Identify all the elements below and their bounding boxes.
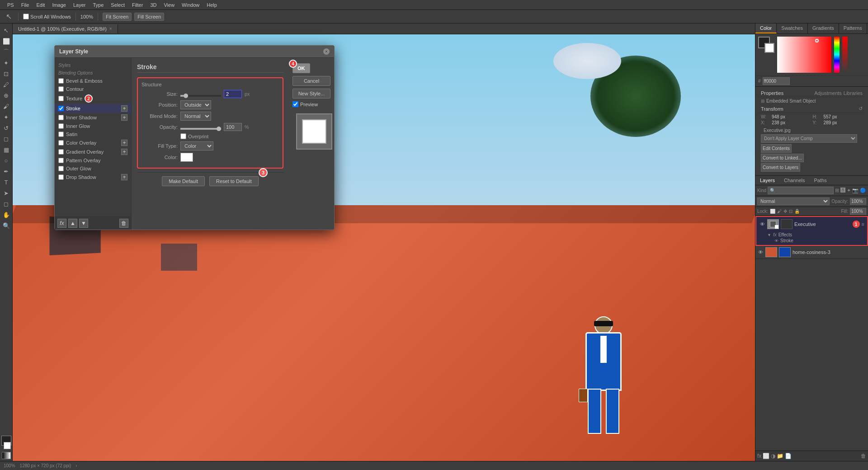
opacity-slider[interactable] (180, 128, 221, 130)
preview-checkbox[interactable] (292, 101, 298, 107)
drop-shadow-item[interactable]: Drop Shadow + (55, 173, 131, 182)
fx-icon-btn[interactable]: fx (57, 219, 66, 228)
position-label: Position: (142, 102, 178, 108)
position-row: Position: Outside Inside Center (142, 100, 279, 109)
opacity-slider-fill (180, 128, 221, 130)
contour-item[interactable]: Contour (55, 85, 131, 93)
opacity-label: Opacity: (142, 124, 178, 130)
opacity-slider-thumb (217, 127, 221, 131)
dialog-close-button[interactable]: × (323, 48, 330, 55)
outer-glow-label: Outer Glow (66, 166, 91, 171)
inner-shadow-add-button[interactable]: + (121, 114, 127, 121)
opacity-input[interactable] (224, 123, 242, 131)
color-overlay-checkbox[interactable] (58, 140, 64, 146)
satin-checkbox[interactable] (58, 132, 64, 137)
blend-mode-label: Blend Mode: (142, 113, 178, 119)
texture-badge: 2 (85, 94, 93, 103)
move-up-btn[interactable]: ▲ (68, 219, 77, 228)
dialog-overlay: Layer Style × Styles Blending Options Be… (0, 0, 868, 470)
inner-glow-checkbox[interactable] (58, 123, 64, 129)
layer-style-dialog: Layer Style × Styles Blending Options Be… (54, 45, 335, 230)
new-style-button[interactable]: New Style... (292, 89, 330, 99)
outer-glow-checkbox[interactable] (58, 166, 64, 171)
bevel-emboss-item[interactable]: Bevel & Emboss (55, 77, 131, 85)
color-overlay-add-button[interactable]: + (121, 140, 127, 146)
blending-section-title: Blending Options (55, 69, 131, 77)
pattern-overlay-label: Pattern Overlay (66, 158, 100, 163)
satin-item[interactable]: Satin (55, 130, 131, 138)
dialog-title: Layer Style (59, 48, 88, 55)
color-label: Color: (142, 155, 178, 160)
inner-glow-item[interactable]: Inner Glow (55, 122, 131, 130)
ok-button-container: 4 OK (292, 63, 330, 73)
size-row: Size: px (142, 90, 279, 98)
stroke-add-button[interactable]: + (121, 105, 127, 112)
preview-inner (303, 120, 326, 143)
preview-area (296, 113, 332, 150)
texture-item[interactable]: Texture 2 (55, 93, 131, 104)
make-default-button[interactable]: Make Default (162, 176, 205, 186)
gradient-overlay-label: Gradient Overlay (66, 149, 104, 155)
drop-shadow-add-button[interactable]: + (121, 174, 127, 180)
drop-shadow-label: Drop Shadow (66, 174, 96, 180)
stroke-checkbox[interactable] (58, 106, 64, 111)
stroke-title: Stroke (137, 63, 283, 73)
dialog-action-buttons: 4 OK Cancel New Style... Preview (289, 58, 334, 230)
satin-label: Satin (66, 132, 77, 137)
badge-3: 3 (259, 168, 268, 177)
color-overlay-label: Color Overlay (66, 140, 96, 146)
gradient-overlay-item[interactable]: Gradient Overlay + (55, 147, 131, 156)
position-select[interactable]: Outside Inside Center (180, 100, 211, 109)
dialog-body: Styles Blending Options Bevel & Emboss C… (55, 58, 334, 230)
drop-shadow-checkbox[interactable] (58, 174, 64, 180)
gradient-overlay-checkbox[interactable] (58, 149, 64, 155)
bevel-emboss-label: Bevel & Emboss (66, 78, 103, 84)
size-label: Size: (142, 91, 178, 97)
overprint-row: Overprint (180, 133, 279, 139)
dialog-right-panel: Stroke Structure Size: px (132, 58, 289, 230)
size-slider[interactable] (180, 95, 221, 97)
inner-shadow-checkbox[interactable] (58, 115, 64, 120)
delete-style-btn[interactable]: 🗑 (119, 219, 128, 228)
pattern-overlay-item[interactable]: Pattern Overlay (55, 156, 131, 164)
bevel-emboss-checkbox[interactable] (58, 78, 64, 84)
inner-glow-label: Inner Glow (66, 123, 90, 129)
size-slider-fill (180, 95, 184, 97)
contour-checkbox[interactable] (58, 86, 64, 92)
stroke-label: Stroke (66, 106, 80, 111)
reset-to-default-button[interactable]: Reset to Default (209, 176, 259, 186)
outer-glow-item[interactable]: Outer Glow (55, 164, 131, 173)
badge4-container: 4 (289, 60, 297, 68)
opacity-unit: % (245, 124, 249, 130)
dialog-left-footer: fx ▲ ▼ 🗑 (55, 216, 131, 230)
move-down-btn[interactable]: ▼ (79, 219, 88, 228)
texture-checkbox[interactable] (58, 96, 64, 101)
cancel-button[interactable]: Cancel (292, 76, 330, 86)
fill-type-label: Fill Type: (142, 143, 178, 149)
inner-shadow-label: Inner Shadow (66, 115, 97, 120)
opacity-row: Opacity: % (142, 123, 279, 131)
overprint-label: Overprint (188, 134, 208, 139)
color-row: Color: (142, 153, 279, 162)
fill-type-select[interactable]: Color Gradient Pattern (180, 141, 213, 150)
stroke-item[interactable]: Stroke + (55, 104, 131, 113)
contour-label: Contour (66, 86, 84, 92)
blend-mode-select[interactable]: Normal Multiply Screen (180, 112, 211, 121)
styles-section-title: Styles (55, 61, 131, 69)
pattern-overlay-checkbox[interactable] (58, 158, 64, 163)
overprint-checkbox[interactable] (180, 133, 186, 139)
inner-shadow-item[interactable]: Inner Shadow + (55, 113, 131, 122)
preview-label: Preview (300, 102, 318, 107)
badge-4: 4 (289, 60, 297, 68)
fill-type-row: Fill Type: Color Gradient Pattern (142, 141, 279, 150)
gradient-overlay-add-button[interactable]: + (121, 149, 127, 155)
preview-row: Preview (292, 101, 330, 107)
texture-label: Texture (66, 96, 82, 101)
size-input[interactable] (224, 90, 242, 98)
blend-mode-row: Blend Mode: Normal Multiply Screen (142, 112, 279, 121)
dialog-left-panel: Styles Blending Options Bevel & Emboss C… (55, 58, 132, 230)
dialog-header: Layer Style × (55, 46, 334, 58)
color-overlay-item[interactable]: Color Overlay + (55, 138, 131, 147)
structure-title: Structure (142, 82, 279, 87)
color-swatch-button[interactable] (180, 153, 193, 162)
